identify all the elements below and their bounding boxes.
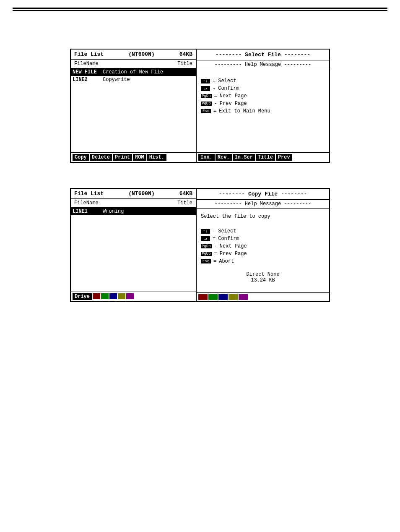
screen2-help-line-5: Esc = Abort xyxy=(201,258,325,264)
screen1-btn-title[interactable]: Title xyxy=(256,154,275,161)
screen1-right-bottom-bar: Inx. Rcv. In.Scr Title Prev xyxy=(197,152,329,162)
screen2-size-label: 13.24 KB xyxy=(201,277,325,283)
screen2-col1-header: FileName xyxy=(74,200,99,206)
screen1-eq3: = xyxy=(214,93,217,99)
screen1-btn-copy[interactable]: Copy xyxy=(73,154,89,161)
screen1-key-pgup: PgUp xyxy=(201,102,212,106)
screen1-help-line-1: ↑↓ = Select xyxy=(201,78,325,84)
screen1-col2-header: Title xyxy=(177,61,192,67)
screen2-help-abort: Abort xyxy=(219,258,234,264)
screen1-col1-header: FileName xyxy=(74,61,99,67)
screen2-left-header: File List (NT600N) 64KB xyxy=(71,189,196,199)
screen1-help-exit: Exit to Main Menu xyxy=(219,108,270,114)
screen1-file-title-1: Creation of New File xyxy=(101,69,196,76)
screen2-subheader: FileName Title xyxy=(71,199,196,208)
screen1-btn-inx[interactable]: Inx. xyxy=(198,154,215,161)
screen2-file-name-1: LINE1 xyxy=(71,208,101,215)
screen1-btn-inscr[interactable]: In.Scr xyxy=(233,154,255,161)
screen1-file-name-1: NEW FILE xyxy=(71,69,101,76)
screen2-help-line-1: ↑↓ - Select xyxy=(201,228,325,234)
screen1-btn-rcv[interactable]: Rcv. xyxy=(216,154,232,161)
screen2-title: File List xyxy=(74,190,104,197)
screen2-file-list: LINE1 Wroning xyxy=(71,208,196,292)
screen2-key-enter: ↵ xyxy=(201,236,210,241)
screen2-file-row-1[interactable]: LINE1 Wroning xyxy=(71,208,196,215)
screen1-help-line-5: Esc = Exit to Main Menu xyxy=(201,108,325,114)
screen1-subheader: FileName Title xyxy=(71,60,196,68)
screen2-eq2: = xyxy=(213,236,216,242)
top-line xyxy=(13,8,387,9)
screen1-key-pgdn: PgDn xyxy=(201,94,212,98)
screen1-help-line-4: PgUp - Prev Page xyxy=(201,101,325,107)
screen1-dash4: - xyxy=(214,101,217,107)
screen2-right-pane: -------- Copy File -------- --------- He… xyxy=(197,189,329,301)
screen1-file-row-2[interactable]: LINE2 Copywrite xyxy=(71,76,196,83)
screen1-btn-prev[interactable]: Prev xyxy=(276,154,292,161)
screen1-file-title-2: Copywrite xyxy=(101,76,196,83)
screen2-right-block-5 xyxy=(239,294,248,300)
screen1-help-nextpage: Next Page xyxy=(220,93,247,99)
screen2-help-select: Select xyxy=(218,228,236,234)
screen1-key-updown: ↑↓ xyxy=(201,79,210,83)
screen2-select-text: Select the file to copy xyxy=(201,214,325,219)
screen2-bottom-bar: Drive xyxy=(71,292,196,301)
screen2-right-block-2 xyxy=(208,294,218,300)
screen1-help-line-3: PgDn = Next Page xyxy=(201,93,325,99)
screen1-eq5: = xyxy=(213,108,216,114)
screen2-file-title-1: Wroning xyxy=(101,208,196,215)
screen1-size: 64KB xyxy=(179,51,192,57)
screen1-help-confirm: Confirm xyxy=(218,86,239,91)
screen1-btn-delete[interactable]: Delete xyxy=(90,154,112,161)
screen1-eq1: = xyxy=(213,78,216,84)
screen1-btn-print[interactable]: Print xyxy=(113,154,132,161)
screen-container: File List (NT600N) 64KB FileName Title N… xyxy=(0,11,400,302)
screen1-help-select: Select xyxy=(218,78,236,84)
screen2-right-bottom-bar xyxy=(197,292,329,301)
screen1-help-line-2: ↵ - Confirm xyxy=(201,86,325,91)
screen2-right-body: Select the file to copy ↑↓ - Select ↵ = … xyxy=(197,209,329,292)
screen1-title: File List xyxy=(74,51,104,57)
screen2-col2-header: Title xyxy=(177,200,192,206)
screen1-file-name-2: LINE2 xyxy=(71,76,101,83)
screen2-drive-block-2 xyxy=(101,293,109,299)
screen2-direct-info: Direct None 13.24 KB xyxy=(201,271,325,283)
screen2-drive-block-3 xyxy=(109,293,117,299)
screen2-right-block-4 xyxy=(229,294,238,300)
screen1-right-pane: -------- Select File -------- --------- … xyxy=(197,50,329,162)
screen2-direct-label: Direct None xyxy=(201,271,325,277)
screen2-help-nextpage: Next Page xyxy=(220,243,247,249)
screen2-key-esc: Esc xyxy=(201,259,211,263)
screen2-help-line-2: ↵ = Confirm xyxy=(201,236,325,242)
screen2-left-pane: File List (NT600N) 64KB FileName Title L… xyxy=(71,189,197,301)
screen2-size: 64KB xyxy=(179,190,192,197)
screen1-key-esc: Esc xyxy=(201,109,211,113)
screen2-drive-block-5 xyxy=(126,293,134,299)
screen1-btn-rom[interactable]: ROM xyxy=(133,154,146,161)
screen1-help-prevpage: Prev Page xyxy=(220,101,247,107)
screen1-help-header: --------- Help Message --------- xyxy=(197,60,329,69)
screen1-key-enter: ↵ xyxy=(201,86,210,91)
screen2-eq5: = xyxy=(213,258,216,264)
screen2-right-header: -------- Copy File -------- xyxy=(197,189,329,200)
screen1-left-header: File List (NT600N) 64KB xyxy=(71,50,196,60)
screen1-model: (NT600N) xyxy=(128,51,154,57)
screen1-file-list: NEW FILE Creation of New File LINE2 Copy… xyxy=(71,68,196,152)
screen2-dash3: - xyxy=(214,243,217,249)
screen2-right-block-3 xyxy=(218,294,228,300)
screen2-help-group: ↑↓ - Select ↵ = Confirm PgDn - Next Page xyxy=(201,228,325,265)
screen1-bottom-bar: Copy Delete Print ROM Hist. xyxy=(71,152,196,162)
screen2-key-pgdn: PgDn xyxy=(201,244,212,248)
screen1-left-pane: File List (NT600N) 64KB FileName Title N… xyxy=(71,50,197,162)
screen1-btn-hist[interactable]: Hist. xyxy=(147,154,166,161)
screen2-help-prevpage: Prev Page xyxy=(220,251,247,257)
screen2-panel: File List (NT600N) 64KB FileName Title L… xyxy=(70,188,330,302)
screen2-btn-drive[interactable]: Drive xyxy=(73,293,92,300)
screen2-dash1: - xyxy=(213,228,216,234)
screen2-key-pgup: PgUp xyxy=(201,252,212,256)
screen1-dash2: - xyxy=(213,86,216,91)
screen2-help-line-4: PgUp = Prev Page xyxy=(201,251,325,257)
screen1-panel: File List (NT600N) 64KB FileName Title N… xyxy=(70,49,330,163)
screen1-file-row-1[interactable]: NEW FILE Creation of New File xyxy=(71,68,196,76)
screen2-help-line-3: PgDn - Next Page xyxy=(201,243,325,249)
screen2-eq4: = xyxy=(214,251,217,257)
